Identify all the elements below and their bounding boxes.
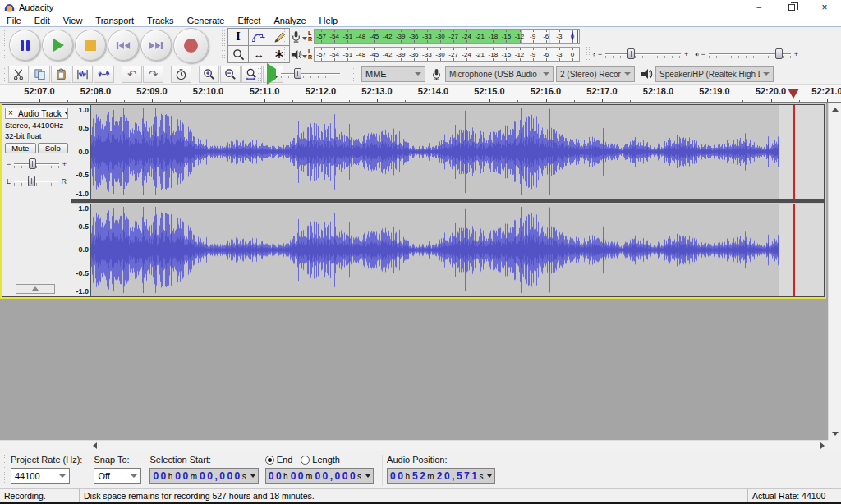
play-speed-slider[interactable] xyxy=(279,67,342,80)
toolbar-grip[interactable] xyxy=(284,47,288,62)
output-volume-slider[interactable] xyxy=(707,48,793,61)
menu-analyze[interactable]: Analyze xyxy=(267,16,312,25)
input-volume-thumb[interactable] xyxy=(627,48,635,59)
solo-button[interactable]: Solo xyxy=(38,143,69,153)
zoom-in-button[interactable] xyxy=(199,66,219,83)
recording-meter-bar[interactable]: -57-54-51-48-45-42-39-36-33-30-27-24-21-… xyxy=(314,29,580,44)
track-title-menu[interactable]: Audio Track xyxy=(16,109,67,118)
meter-dropdown-icon[interactable] xyxy=(302,55,307,58)
recording-channels-select[interactable]: 2 (Stereo) Record xyxy=(556,66,635,82)
meter-dropdown-icon[interactable] xyxy=(302,37,307,40)
toolbar-grip[interactable] xyxy=(2,455,6,484)
track-collapse-button[interactable] xyxy=(16,284,55,294)
slider-rail xyxy=(281,73,340,74)
trim-audio-button[interactable] xyxy=(72,66,93,83)
timeline-tick-minor xyxy=(517,100,518,102)
pan-slider[interactable] xyxy=(12,175,59,188)
time-shift-tool-button[interactable]: ↔ xyxy=(248,45,269,63)
skip-to-start-button[interactable] xyxy=(108,30,139,61)
restore-button[interactable] xyxy=(775,0,808,15)
waveform-canvas-right[interactable] xyxy=(91,204,824,297)
pause-button[interactable] xyxy=(9,30,40,61)
pan-thumb[interactable] xyxy=(28,176,35,186)
menu-help[interactable]: Help xyxy=(313,16,345,25)
recording-device-select[interactable]: Microphone (USB Audio CODE xyxy=(445,66,554,82)
pan-slider-row: L R xyxy=(5,175,68,188)
toolbar-grip[interactable] xyxy=(353,66,357,81)
menu-file[interactable]: File xyxy=(0,16,28,25)
radio-end[interactable]: End xyxy=(265,455,293,465)
snap-to-select[interactable]: Off xyxy=(94,468,141,484)
menu-generate[interactable]: Generate xyxy=(181,16,232,25)
radio-length[interactable]: Length xyxy=(301,455,340,465)
undo-button[interactable]: ↶ xyxy=(122,66,142,83)
playback-meter-bar[interactable]: -57-54-51-48-45-42-39-36-33-30-27-24-21-… xyxy=(314,47,580,62)
chevron-down-icon xyxy=(365,474,370,478)
track-close-button[interactable]: × xyxy=(6,108,16,118)
vertical-scrollbar[interactable] xyxy=(828,103,841,440)
scroll-up-button[interactable] xyxy=(829,103,841,115)
minimize-button[interactable]: − xyxy=(742,0,775,15)
selection-end-field[interactable]: 00h 00m 00,000s xyxy=(265,468,374,484)
cut-button[interactable] xyxy=(8,66,29,83)
audio-position-field[interactable]: 00h 52m 20,571s xyxy=(387,468,495,484)
vertical-scale-right[interactable]: 1.00.50.0-0.5-1.0 xyxy=(71,204,91,297)
timeline-ruler[interactable]: 52:07.052:08.052:09.052:10.052:11.052:12… xyxy=(0,85,841,103)
skip-to-end-button[interactable] xyxy=(140,30,172,61)
timeline-label: 52:11.0 xyxy=(250,86,280,96)
input-volume-slider[interactable] xyxy=(604,48,682,61)
stop-button[interactable] xyxy=(75,30,106,61)
scroll-right-button[interactable] xyxy=(816,441,828,451)
menu-edit[interactable]: Edit xyxy=(28,16,57,25)
output-volume-thumb[interactable] xyxy=(775,48,783,59)
horizontal-scrollbar[interactable] xyxy=(0,440,828,451)
play-at-speed-button[interactable] xyxy=(264,69,279,79)
meter-scale-label: -42 xyxy=(381,30,394,43)
device-toolbar: MME Microphone (USB Audio CODE 2 (Stereo… xyxy=(352,64,774,84)
zoom-tool-button[interactable] xyxy=(227,45,249,63)
waveform-display-left[interactable] xyxy=(91,105,824,199)
slider-ticks xyxy=(281,76,340,78)
toolbar-grip[interactable] xyxy=(222,30,226,59)
toolbar-grip[interactable] xyxy=(586,47,591,62)
play-speed-thumb[interactable] xyxy=(294,68,301,79)
meter-scale-label: -45 xyxy=(367,48,380,61)
menu-effect[interactable]: Effect xyxy=(232,16,268,25)
project-rate-select[interactable]: 44100 xyxy=(11,468,70,484)
envelope-tool-button[interactable] xyxy=(248,28,269,46)
silence-audio-button[interactable] xyxy=(94,66,114,83)
vertical-scale-left[interactable]: 1.00.50.0-0.5-1.0 xyxy=(71,105,91,199)
record-button[interactable] xyxy=(173,28,209,63)
scroll-down-button[interactable] xyxy=(829,428,841,439)
sync-lock-button[interactable] xyxy=(171,66,191,83)
toolbar-grip[interactable] xyxy=(258,66,262,81)
scrollbar-corner xyxy=(828,440,841,451)
menu-view[interactable]: View xyxy=(57,16,90,25)
copy-button[interactable] xyxy=(30,66,50,83)
toolbar-grip[interactable] xyxy=(284,29,288,44)
paste-button[interactable] xyxy=(51,66,71,83)
timeline-tick-minor xyxy=(405,100,406,102)
selection-start-field[interactable]: 00h 00m 00,000s xyxy=(149,468,258,484)
scroll-left-button[interactable] xyxy=(89,441,100,451)
waveform-canvas-left[interactable] xyxy=(91,105,824,199)
play-button[interactable] xyxy=(42,30,73,61)
scroll-down-icon xyxy=(832,432,839,436)
audio-host-select[interactable]: MME xyxy=(361,66,425,82)
menu-transport[interactable]: Transport xyxy=(89,16,140,25)
gain-slider[interactable] xyxy=(12,158,60,171)
close-button[interactable]: × xyxy=(808,0,841,15)
zoom-out-button[interactable] xyxy=(220,66,241,83)
toolbar-grip[interactable] xyxy=(2,30,6,59)
meter-channel-label: R xyxy=(308,54,312,60)
volume-min-label: − xyxy=(701,50,705,58)
toolbar-grip[interactable] xyxy=(2,66,6,81)
selection-tool-button[interactable]: I xyxy=(227,28,249,46)
timeline-tick xyxy=(39,99,40,102)
playback-device-select[interactable]: Speaker/HP (Realtek High Defi xyxy=(655,66,774,82)
gain-thumb[interactable] xyxy=(29,158,36,169)
redo-button[interactable]: ↷ xyxy=(143,66,163,83)
waveform-display-right[interactable] xyxy=(91,204,824,297)
mute-button[interactable]: Mute xyxy=(5,143,36,153)
menu-tracks[interactable]: Tracks xyxy=(140,16,181,25)
